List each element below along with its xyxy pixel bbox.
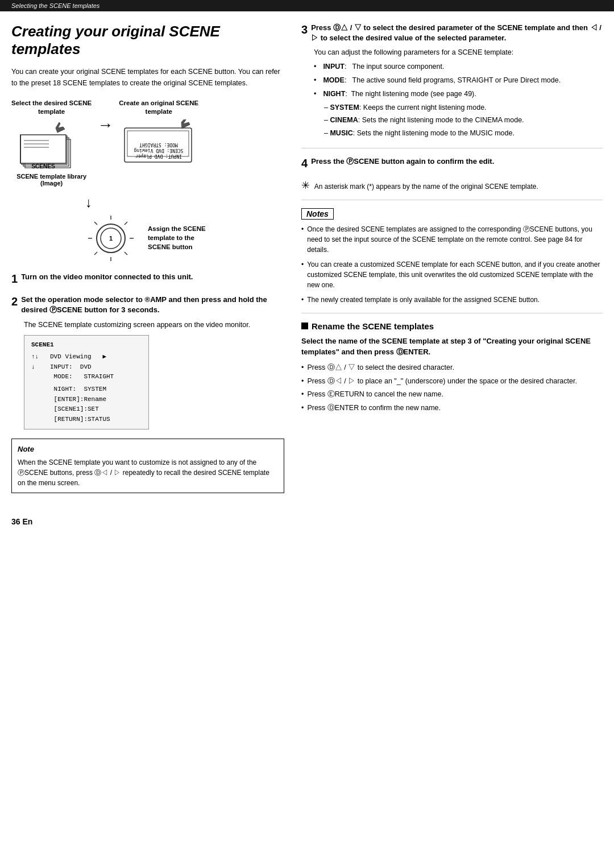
page-title: Creating your original SCENE templates [11, 23, 284, 58]
svg-rect-3 [20, 135, 66, 163]
svg-text:MODE: STRAIGHT: MODE: STRAIGHT [139, 142, 178, 147]
rename-section: Rename the SCENE templates Select the na… [301, 321, 603, 414]
note-title: Note [18, 444, 278, 455]
step-4-block: 4 Press the ⓅSCENE button again to confi… [301, 156, 603, 170]
intro-text: You can create your original SCENE templ… [11, 66, 284, 89]
step-2-number: 2 [11, 295, 18, 308]
param-input: INPUT: The input source component. [314, 61, 603, 72]
note-item-2: You can create a customized SCENE templa… [301, 259, 603, 290]
svg-line-23 [125, 222, 127, 225]
step-2-title: Set the operation mode selector to ®AMP … [21, 295, 284, 315]
rename-bullet-1: Press Ⓓ△ / ▽ to select the desired chara… [301, 362, 603, 373]
notes-list: Once the desired SCENE templates are ass… [301, 224, 603, 305]
note-box: Note When the SCENE template you want to… [11, 439, 284, 493]
left-diagram-label: Select the desired SCENE template [11, 99, 92, 116]
svg-line-24 [94, 252, 97, 255]
step-3-block: 3 Press Ⓓ△ / ▽ to select the desired par… [301, 23, 603, 139]
screen-display: SCENE1 ↑↓ DVD Viewing ▶ ↓ INPUT: DVD MOD… [24, 335, 149, 430]
sun-icon: ✳ [301, 180, 310, 191]
step-4-title: Press the ⓅSCENE button again to confirm… [311, 156, 494, 167]
divider-3 [301, 313, 603, 313]
note-body: When the SCENE template you want to cust… [18, 457, 278, 488]
note-item-3: The newly created template is only avail… [301, 295, 603, 305]
sub-cinema: CINEMA: Sets the night listening mode to… [324, 115, 603, 126]
scene-button-image: 1 [85, 213, 136, 264]
left-column: Creating your original SCENE templates Y… [11, 23, 284, 500]
page-number: 36 En [11, 517, 32, 526]
rename-step-title: Select the name of the SCENE template at… [301, 336, 603, 358]
rename-bullet-3: Press ⒺRETURN to cancel the new name. [301, 389, 603, 400]
svg-line-22 [125, 252, 127, 255]
step-2-body: The SCENE template customizing screen ap… [24, 319, 284, 330]
right-column: 3 Press Ⓓ△ / ▽ to select the desired par… [301, 23, 603, 500]
right-diagram-label: Create an original SCENE template [119, 99, 198, 116]
sub-system: SYSTEM: Keeps the current night listenin… [324, 102, 603, 113]
svg-text:SCENE: DVD Viewing: SCENE: DVD Viewing [134, 148, 184, 153]
rename-bullet-4: Press ⒹENTER to confirm the new name. [301, 403, 603, 414]
dvd-player-image: INPUT: DVD Player SCENE: DVD Viewing MOD… [122, 119, 196, 171]
page: Selecting the SCENE templates Creating y… [0, 0, 614, 868]
sub-param-list: SYSTEM: Keeps the current night listenin… [324, 102, 603, 139]
parameter-list: INPUT: The input source component. MODE:… [314, 61, 603, 99]
notes-section: Notes Once the desired SCENE templates a… [301, 208, 603, 305]
rename-bullet-2: Press Ⓓ◁ / ▷ to place an "_" (underscore… [301, 376, 603, 387]
param-mode: MODE: The active sound field programs, S… [314, 75, 603, 86]
asterisk-section: ✳ An asterisk mark (*) appears by the na… [301, 179, 603, 192]
bottom-diagram-label: Assign the SCENE template to the SCENE b… [148, 224, 206, 251]
step-3-title: Press Ⓓ△ / ▽ to select the desired param… [311, 23, 603, 43]
step-3-body: You can adjust the following parameters … [314, 47, 603, 58]
notes-title: Notes [301, 208, 334, 220]
note-item-1: Once the desired SCENE templates are ass… [301, 224, 603, 255]
divider-1 [301, 148, 603, 148]
right-arrow: → [97, 116, 113, 134]
divider-2 [301, 200, 603, 200]
rename-title: Rename the SCENE templates [301, 321, 603, 331]
breadcrumb-text: Selecting the SCENE templates [11, 2, 99, 9]
param-night: NIGHT: The night listening mode (see pag… [314, 89, 603, 100]
asterisk-note: An asterisk mark (*) appears by the name… [314, 183, 538, 191]
scene-library-image: SCENES [15, 119, 89, 171]
diagram-area: Select the desired SCENE template [11, 99, 284, 264]
step-2-block: 2 Set the operation mode selector to ®AM… [11, 295, 284, 429]
step-4-number: 4 [301, 156, 308, 170]
step-1-title: Turn on the video monitor connected to t… [21, 272, 193, 282]
step-1-block: 1 Turn on the video monitor connected to… [11, 272, 284, 286]
svg-text:SCENES: SCENES [31, 163, 55, 170]
library-label: SCENE template library (Image) [16, 173, 86, 187]
down-arrow: ↓ [85, 195, 92, 210]
svg-text:INPUT: DVD Player: INPUT: DVD Player [135, 154, 182, 159]
scene-library-box: Select the desired SCENE template [11, 99, 92, 187]
page-footer: 36 En [0, 511, 614, 532]
dvd-player-box: Create an original SCENE template INPUT:… [119, 99, 198, 171]
svg-text:1: 1 [109, 235, 113, 242]
rename-bullets: Press Ⓓ△ / ▽ to select the desired chara… [301, 362, 603, 414]
breadcrumb-bar: Selecting the SCENE templates [0, 0, 614, 11]
step-1-number: 1 [11, 272, 18, 286]
sub-music: MUSIC: Sets the night listening mode to … [324, 128, 603, 139]
svg-line-21 [94, 222, 97, 225]
black-square-icon [301, 323, 308, 329]
step-3-number: 3 [301, 23, 308, 36]
